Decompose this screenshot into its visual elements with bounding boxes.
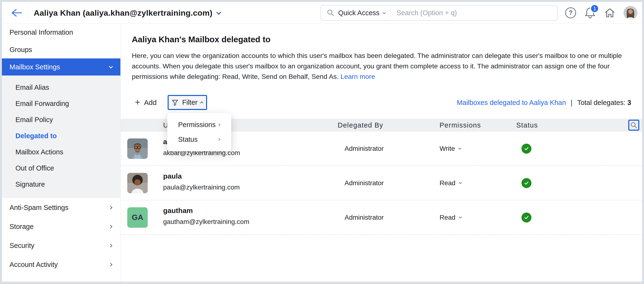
permission-dropdown[interactable]: Write (440, 132, 460, 166)
topbar-icons: ? 1 (565, 2, 637, 24)
sidebar-item-email-policy[interactable]: Email Policy (2, 112, 120, 128)
sidebar-item-out-of-office[interactable]: Out of Office (2, 160, 120, 176)
home-icon (604, 7, 616, 18)
screen-root: { "header": { "title": "Aaliya Khan (aal… (0, 0, 644, 284)
help-icon[interactable]: ? (565, 7, 576, 18)
filter-menu-item-status[interactable]: Status (167, 132, 231, 147)
description-line-3: permissions while delegating: Read, Writ… (132, 71, 622, 82)
chevron-down-icon (383, 11, 386, 14)
chevron-down-icon (459, 181, 462, 184)
summary-separator: | (570, 99, 572, 106)
main-content: Aaliya Khan's Mailbox delegated to Here,… (121, 24, 642, 282)
chevron-right-icon (109, 244, 112, 248)
delegate-email: gautham@zylkertraining.com (163, 218, 249, 226)
status-active-icon (522, 212, 532, 222)
total-delegates-value: 3 (628, 99, 631, 106)
search-icon (630, 122, 637, 129)
page-description: Here, you can view the organization acco… (132, 50, 622, 82)
sidebar-item-storage[interactable]: Storage (2, 217, 120, 236)
chevron-down-icon (459, 215, 462, 218)
total-delegates-label: Total delegates: 3 (577, 99, 631, 106)
back-arrow-icon (10, 8, 23, 18)
delegate-name: gautham (163, 206, 193, 215)
description-line-2: accounts. When you delegate this user's … (132, 61, 622, 71)
permission-dropdown[interactable]: Read (440, 166, 461, 200)
description-line-1: Here, you can view the organization acco… (132, 50, 622, 61)
mailboxes-delegated-link[interactable]: Mailboxes delegated to Aaliya Khan (457, 99, 566, 106)
sidebar-item-personal-information[interactable]: Personal Information (2, 24, 120, 41)
profile-avatar[interactable] (624, 6, 637, 20)
quick-access-selector[interactable]: Quick Access (338, 9, 380, 17)
page-user-title: Aaliya Khan (aaliya.khan@zylkertraining.… (34, 8, 212, 18)
avatar-initials: GA (127, 207, 148, 228)
status-active-icon (522, 178, 532, 188)
avatar (127, 138, 148, 159)
chevron-right-icon (109, 263, 112, 266)
add-button[interactable]: + Add (135, 95, 157, 110)
chevron-down-icon (216, 10, 221, 15)
status-active-icon (522, 144, 532, 154)
delegated-by-value: Administrator (344, 200, 384, 234)
chevron-down-icon (458, 146, 462, 150)
sidebar-item-signature[interactable]: Signature (2, 176, 120, 192)
sidebar-item-email-forwarding[interactable]: Email Forwarding (2, 96, 120, 112)
global-search-bar[interactable]: Quick Access (320, 5, 558, 21)
delegated-by-value: Administrator (344, 132, 384, 166)
header-divider (28, 6, 28, 20)
filter-menu-item-permissions[interactable]: Permissions (167, 117, 231, 132)
filter-button[interactable]: Filter (168, 95, 207, 110)
sidebar-item-delegated-to[interactable]: Delegated to (2, 128, 120, 144)
back-button[interactable] (10, 7, 23, 18)
search-input[interactable] (396, 9, 529, 17)
delegate-email: paula@zylkertraining.com (163, 184, 240, 191)
delegate-name: paula (163, 172, 182, 180)
sidebar-item-groups[interactable]: Groups (2, 41, 120, 58)
app-window: Aaliya Khan (aaliya.khan@zylkertraining.… (2, 2, 642, 282)
table-row[interactable]: paula paula@zylkertraining.com Administr… (121, 166, 642, 200)
settings-sidebar: Personal Information Groups Mailbox Sett… (2, 24, 121, 282)
permission-dropdown[interactable]: Read (440, 200, 461, 234)
delegated-by-value: Administrator (344, 166, 384, 200)
sidebar-item-anti-spam-settings[interactable]: Anti-Spam Settings (2, 198, 120, 217)
delegation-summary: Mailboxes delegated to Aaliya Khan | Tot… (457, 95, 631, 110)
chevron-right-icon (109, 206, 112, 210)
sidebar-item-mailbox-actions[interactable]: Mailbox Actions (2, 144, 120, 160)
user-context-switcher[interactable]: Aaliya Khan (aaliya.khan@zylkertraining.… (34, 2, 220, 24)
status-cell[interactable] (522, 200, 532, 234)
sidebar-item-mailbox-settings[interactable]: Mailbox Settings (2, 58, 120, 76)
table-search-button[interactable] (628, 120, 639, 130)
table-row[interactable]: GA gautham gautham@zylkertraining.com Ad… (121, 200, 642, 235)
column-header-permissions: Permissions (440, 119, 481, 132)
sidebar-item-email-alias[interactable]: Email Alias (2, 79, 120, 96)
table-toolbar: + Add Filter Mailboxes delegated to Aali… (121, 95, 642, 110)
home-button[interactable] (604, 7, 616, 18)
filter-funnel-icon (172, 99, 178, 106)
status-cell[interactable] (522, 166, 532, 200)
mailbox-settings-submenu: Email Alias Email Forwarding Email Polic… (2, 76, 120, 198)
column-header-delegated-by: Delegated By (338, 119, 383, 132)
learn-more-link[interactable]: Learn more (340, 73, 375, 80)
plus-icon: + (135, 98, 140, 106)
sidebar-item-account-activity[interactable]: Account Activity (2, 255, 120, 274)
filter-dropdown-menu: Permissions Status (167, 113, 231, 151)
top-bar: Aaliya Khan (aaliya.khan@zylkertraining.… (2, 2, 642, 24)
sidebar-item-security[interactable]: Security (2, 236, 120, 255)
chevron-right-icon (217, 123, 220, 126)
status-cell[interactable] (522, 132, 532, 166)
chevron-right-icon (109, 225, 112, 228)
notifications-button[interactable]: 1 (584, 7, 596, 19)
notification-count-badge: 1 (590, 4, 599, 13)
chevron-down-icon (109, 64, 113, 68)
searchbar-divider (390, 8, 390, 18)
chevron-right-icon (217, 138, 220, 141)
toolbar-divider (164, 98, 164, 108)
search-icon (327, 9, 334, 16)
avatar (127, 173, 148, 193)
page-title: Aaliya Khan's Mailbox delegated to (132, 35, 270, 44)
chevron-up-icon (200, 102, 203, 104)
column-header-status: Status (516, 119, 538, 132)
